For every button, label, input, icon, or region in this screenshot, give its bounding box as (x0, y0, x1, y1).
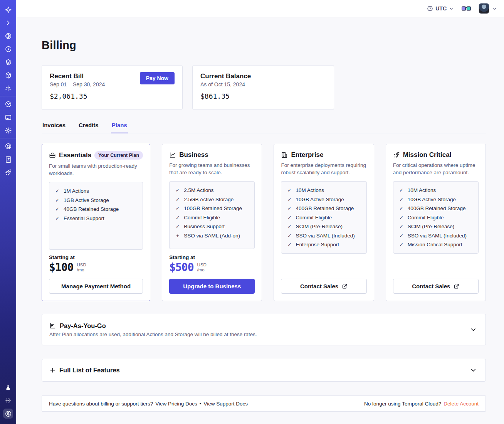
feature-item: ✓400GB Retained Storage (287, 205, 361, 211)
check-icon: ✓ (287, 197, 292, 202)
check-icon: ✓ (55, 206, 60, 212)
price-unit: USD/mo (197, 262, 207, 273)
pay-now-button[interactable]: Pay Now (140, 72, 175, 84)
price-block: Starting at $100 USD/mo (49, 254, 143, 274)
feature-item: ✓2.5GB Active Storage (175, 197, 249, 202)
billing-icon[interactable] (3, 409, 13, 419)
billing-tabs: Invoices Credits Plans (42, 119, 486, 133)
labs-icon[interactable] (3, 382, 13, 392)
usage-icon[interactable] (3, 99, 13, 109)
feature-item: ✓SSO via SAML (Included) (399, 233, 473, 239)
feature-item: ✓Essential Support (55, 215, 137, 221)
plus-icon: + (175, 233, 180, 239)
avatar[interactable] (479, 3, 489, 14)
external-link-icon (342, 283, 348, 289)
feature-item: ✓2.5M Actions (175, 187, 249, 193)
check-icon: ✓ (287, 224, 292, 229)
plan-name: Mission Critical (403, 151, 452, 159)
briefcase-icon (49, 152, 56, 159)
collapse-sidebar-icon[interactable] (3, 18, 13, 28)
check-icon: ✓ (55, 197, 60, 203)
timezone-label: UTC (435, 5, 447, 12)
tab-plans[interactable]: Plans (111, 119, 128, 133)
plus-icon (49, 367, 56, 374)
manage-payment-button[interactable]: Manage Payment Method (49, 279, 143, 294)
separator: • (200, 401, 202, 407)
plan-features: ✓1M Actions ✓1GB Active Storage ✓40GB Re… (49, 182, 143, 250)
timezone-selector[interactable]: UTC (427, 5, 454, 12)
getting-started-icon[interactable] (3, 167, 13, 177)
feature-item: ✓Commit Eligible (175, 215, 249, 220)
feature-item: ✓1GB Active Storage (55, 197, 137, 203)
plan-description: For critical operations where uptime and… (393, 162, 479, 176)
chevron-down-icon[interactable] (470, 367, 477, 374)
clock-icon (427, 5, 433, 12)
check-icon: ✓ (287, 205, 292, 211)
schedules-icon[interactable] (3, 44, 13, 54)
plan-card-essentials: Essentials Your Current Plan For small t… (42, 144, 150, 301)
contact-sales-button[interactable]: Contact Sales (393, 279, 479, 294)
check-icon: ✓ (287, 187, 292, 193)
namespaces-icon[interactable] (3, 31, 13, 41)
plan-features: ✓10M Actions ✓10GB Active Storage ✓400GB… (393, 181, 479, 254)
full-features-accordion[interactable]: Full List of Features (42, 359, 486, 382)
feature-item: ✓10M Actions (399, 187, 473, 193)
chevron-down-icon[interactable] (470, 326, 477, 333)
plan-name: Business (179, 151, 208, 159)
chart-line-icon (169, 151, 176, 158)
external-link-icon (454, 283, 459, 289)
tab-credits[interactable]: Credits (78, 119, 99, 133)
delete-account-link[interactable]: Delete Account (444, 401, 479, 407)
current-balance-card: Current Balance As of Oct 15, 2024 $861.… (192, 65, 334, 110)
price-unit: USD/mo (77, 262, 86, 273)
deployments-icon[interactable] (3, 57, 13, 67)
delete-question: No longer using Temporal Cloud? (364, 401, 441, 407)
pricing-docs-link[interactable]: View Pricing Docs (155, 401, 197, 407)
services-icon[interactable] (3, 70, 13, 80)
sidebar (0, 0, 16, 424)
tab-invoices[interactable]: Invoices (42, 119, 66, 133)
theme-icon[interactable] (3, 395, 13, 405)
plan-card-mission-critical: Mission Critical For critical operations… (386, 144, 486, 301)
topbar: UTC (16, 0, 504, 17)
current-balance-title: Current Balance (200, 72, 326, 80)
check-icon: ✓ (175, 224, 180, 229)
plan-features: ✓10M Actions ✓10GB Active Storage ✓400GB… (281, 181, 366, 254)
support-docs-link[interactable]: View Support Docs (203, 401, 248, 407)
nexus-icon[interactable] (3, 83, 13, 93)
price-amount: $500 (169, 261, 193, 274)
main-content: Billing Recent Bill Sep 01 – Sep 30, 202… (16, 39, 504, 412)
building-icon (281, 151, 288, 158)
user-menu[interactable] (479, 3, 497, 14)
feature-item: ✓10GB Active Storage (287, 197, 361, 202)
temporal-logo-icon[interactable] (3, 5, 13, 15)
check-icon: ✓ (399, 215, 404, 220)
settings-icon[interactable] (3, 125, 13, 135)
full-features-title: Full List of Features (59, 367, 120, 374)
recent-bill-card: Recent Bill Sep 01 – Sep 30, 2024 $2,061… (42, 65, 183, 110)
plan-description: For enterprise deployments requiring rob… (281, 162, 366, 176)
payments-icon[interactable] (3, 112, 13, 122)
feature-item: ✓Business Support (175, 224, 249, 229)
current-balance-amount: $861.35 (200, 92, 326, 100)
feature-item: ✓SSO via SAML (Included) (287, 233, 361, 239)
payg-accordion[interactable]: Pay-As-You-Go After Plan allocations are… (42, 314, 486, 345)
feature-item: +SSO via SAML (Add-on) (175, 233, 249, 239)
upgrade-business-button[interactable]: Upgrade to Business (169, 279, 255, 294)
plan-features: ✓2.5M Actions ✓2.5GB Active Storage ✓100… (169, 181, 255, 249)
support-icon[interactable] (3, 141, 13, 151)
glasses-icon[interactable] (462, 6, 471, 12)
billing-summary: Recent Bill Sep 01 – Sep 30, 2024 $2,061… (42, 65, 486, 110)
feature-item: ✓SCIM (Pre-Release) (399, 224, 473, 229)
payg-title: Pay-As-You-Go (60, 322, 106, 330)
check-icon: ✓ (175, 187, 180, 193)
recent-bill-amount: $2,061.35 (50, 92, 175, 100)
payg-description: After Plan allocations are used, additio… (49, 331, 470, 337)
contact-sales-button[interactable]: Contact Sales (281, 279, 366, 294)
feature-item: ✓Mission Critical Support (399, 242, 473, 247)
price-label: Starting at (169, 254, 255, 260)
check-icon: ✓ (55, 188, 60, 194)
chevron-down-icon (449, 6, 454, 11)
check-icon: ✓ (287, 233, 292, 239)
docs-icon[interactable] (3, 154, 13, 164)
